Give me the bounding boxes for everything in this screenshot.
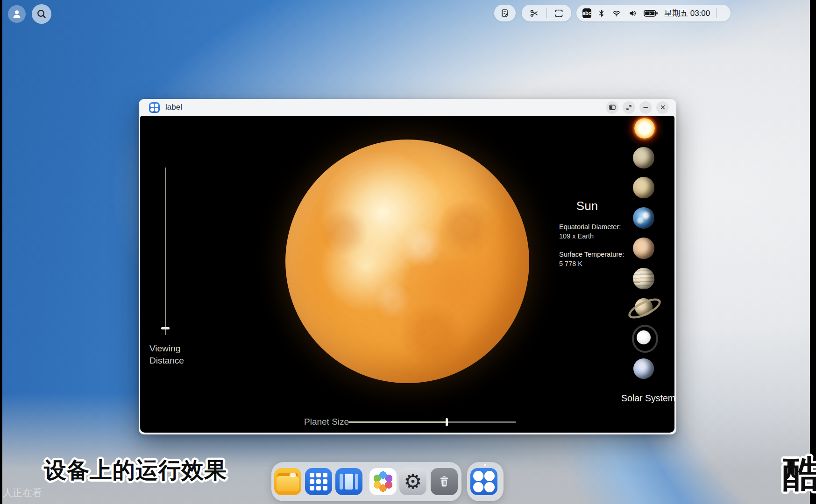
dock-solar-system-app-icon[interactable] [470,468,497,495]
user-avatar-button[interactable] [8,5,26,23]
planet-thumb-mercury[interactable] [633,147,654,168]
diameter-value: 109 x Earth [559,232,594,240]
dock: ⚙ [271,462,461,501]
diameter-label: Equatorial Diameter: [559,223,621,231]
input-method-icon[interactable]: abc [582,8,591,18]
viewer-watermark: 人正在看 [3,486,42,499]
screen-edge-left [0,0,2,504]
volume-icon[interactable] [628,9,638,18]
planet-size-slider-fill [348,421,447,423]
running-indicator-dot [484,464,486,466]
planet-thumb-earth[interactable] [633,207,654,229]
dock-trash-icon[interactable] [431,468,458,495]
viewing-distance-slider-thumb[interactable] [161,327,170,329]
viewing-distance-slider-track[interactable] [165,168,166,335]
screenshot-frame-icon[interactable] [554,8,564,18]
dock-divider [367,472,367,491]
screen-edge-right [810,0,816,504]
launcher-grid-glyph [310,473,314,477]
capture-divider [546,8,547,18]
minimize-button[interactable] [639,101,652,114]
planet-thumb-sun[interactable] [634,118,655,139]
files-cloud-glyph [290,473,296,477]
scissors-icon[interactable] [529,8,539,18]
notes-tray-button[interactable] [494,5,516,21]
capture-tray[interactable] [522,5,571,21]
status-tray[interactable]: abc 星期五 03:00 [576,5,731,21]
desktop: abc 星期五 03:00 label [0,0,816,504]
window-controls [606,101,669,114]
planet-size-slider-thumb[interactable] [446,418,448,426]
window-titlebar[interactable]: label [139,99,676,116]
user-avatar-icon [11,8,22,20]
viewing-distance-label: Viewing Distance [149,343,192,366]
dock-running-section [467,462,504,501]
notes-icon [500,8,510,18]
app-window: label Viewing Distance S [139,99,676,434]
sun-render[interactable] [285,140,529,383]
battery-charging-icon[interactable] [644,9,658,17]
planet-thumb-mars[interactable] [633,238,654,259]
split-screen-button[interactable] [606,101,618,114]
solar-system-label: Solar System [611,393,674,404]
planet-size-slider-track[interactable] [348,421,516,423]
selected-planet-name: Sun [559,199,615,213]
search-icon [36,8,47,20]
planet-thumb-uranus[interactable] [637,330,651,344]
menubar-clock[interactable]: 星期五 03:00 [664,8,710,19]
temperature-label: Surface Temperature: [559,251,624,258]
app-flower-icon [149,102,160,113]
corner-badge: 酷 [783,450,816,499]
dock-gallery-icon[interactable] [369,468,397,495]
temperature-value: 5 778 K [559,260,582,267]
dock-app-launcher-icon[interactable] [305,468,332,495]
search-button[interactable] [32,4,51,24]
planet-thumb-saturn[interactable] [635,298,653,316]
close-button[interactable] [656,101,669,114]
app-content: Viewing Distance Sun Equatorial Diameter… [140,116,674,433]
wifi-icon[interactable] [611,9,622,18]
planet-size-label: Planet Size [304,417,349,427]
planet-thumb-venus[interactable] [633,177,654,198]
dock-files-icon[interactable] [274,468,301,495]
bluetooth-icon[interactable] [597,9,605,18]
maximize-button[interactable] [623,101,635,114]
dock-settings-icon[interactable]: ⚙ [399,468,426,495]
caption-text: 设备上的运行效果 [44,455,227,485]
planet-thumb-neptune[interactable] [633,358,654,379]
dock-multitasking-icon[interactable] [335,468,362,495]
planet-thumb-jupiter[interactable] [633,268,654,289]
window-title: label [165,103,182,112]
